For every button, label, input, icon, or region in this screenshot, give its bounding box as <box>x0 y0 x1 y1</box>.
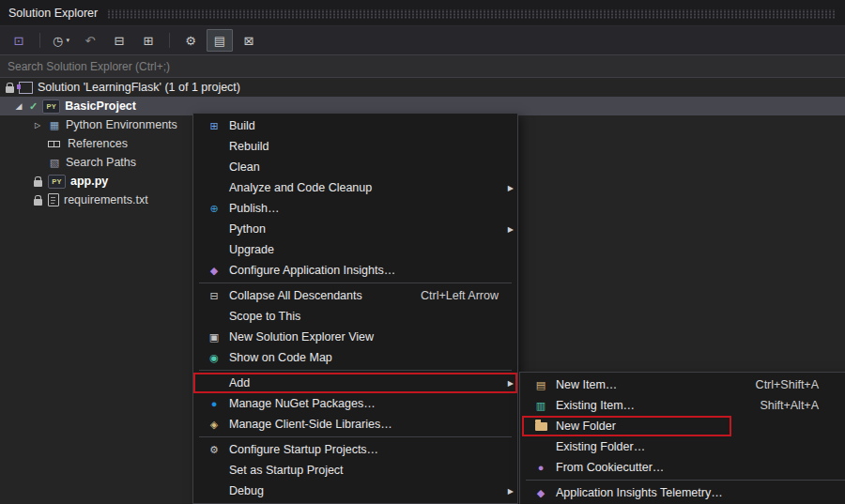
gear-icon: ⚙ <box>207 445 222 455</box>
drag-grip[interactable] <box>107 9 837 19</box>
menu-item-configure-application-insights[interactable]: ◆ Configure Application Insights… <box>193 260 517 281</box>
new-item-icon: ▤ <box>533 380 548 390</box>
tree-item-label: Search Paths <box>66 156 136 169</box>
panel-title: Solution Explorer <box>8 7 98 20</box>
code-map-button[interactable]: ⊠ <box>236 29 262 52</box>
menu-item-rebuild[interactable]: Rebuild <box>193 136 517 157</box>
preview-icon: ⊟ <box>115 35 125 47</box>
menu-item-debug[interactable]: Debug ▶ <box>193 481 517 501</box>
expander-expanded-icon[interactable]: ◢ <box>13 101 24 111</box>
search-bar <box>0 54 845 78</box>
existing-item-icon: ▥ <box>533 401 548 411</box>
menu-item-label: Build <box>229 119 255 132</box>
chevron-down-icon: ▾ <box>66 37 69 44</box>
references-icon <box>48 139 63 148</box>
menu-item-show-on-code-map[interactable]: ◉ Show on Code Map <box>193 347 517 368</box>
toolbar-separator <box>169 33 170 48</box>
build-icon: ⊞ <box>207 121 222 131</box>
menu-item-label: Clean <box>229 160 260 174</box>
submenu-item-new-folder[interactable]: New Folder <box>520 416 845 436</box>
menu-item-scope-to-this[interactable]: Scope to This <box>193 306 517 327</box>
tree-item-label: Solution 'LearningFlask' (1 of 1 project… <box>38 81 240 94</box>
menu-item-set-as-startup-project[interactable]: Set as Startup Project <box>193 460 517 481</box>
add-submenu: ▤ New Item… Ctrl+Shift+A ▥ Existing Item… <box>519 372 845 504</box>
filter-icon: ◷ <box>53 35 63 47</box>
menu-item-label: Publish… <box>229 202 280 215</box>
collapse-all-button[interactable]: ⊞ <box>135 29 161 52</box>
menu-item-label: Configure Application Insights… <box>229 264 395 277</box>
client-side-libraries-icon: ◈ <box>207 420 222 430</box>
menu-item-shortcut: Ctrl+Left Arrow <box>421 289 502 302</box>
menu-item-manage-client-side-libraries[interactable]: ◈ Manage Client-Side Libraries… <box>193 414 517 435</box>
submenu-item-existing-item[interactable]: ▥ Existing Item… Shift+Alt+A <box>520 395 845 416</box>
context-menu: ⊞ Build Rebuild Clean Analyze and Code C… <box>192 113 518 504</box>
switch-views-button[interactable]: ⊡ <box>6 29 32 52</box>
code-map-icon: ⊠ <box>244 35 254 47</box>
search-paths-icon: ▧ <box>48 158 61 168</box>
menu-item-label: Existing Folder… <box>556 440 645 453</box>
new-solution-explorer-view-icon: ▣ <box>207 332 222 343</box>
sync-icon: ↶ <box>85 35 96 47</box>
publish-icon: ⊕ <box>207 204 222 214</box>
menu-item-new-solution-explorer-view[interactable]: ▣ New Solution Explorer View <box>193 327 517 347</box>
menu-item-label: Show on Code Map <box>229 351 332 364</box>
menu-item-label: Scope to This <box>229 310 300 323</box>
cookiecutter-icon: ● <box>533 463 548 473</box>
submenu-item-new-item[interactable]: ▤ New Item… Ctrl+Shift+A <box>520 374 845 395</box>
menu-item-label: Add <box>229 376 250 389</box>
menu-item-label: Python <box>229 222 266 236</box>
expander-collapsed-icon[interactable]: ▷ <box>32 121 43 130</box>
collapse-all-icon: ⊟ <box>207 291 222 301</box>
menu-item-label: Configure Startup Projects… <box>229 443 378 456</box>
tree-item-label: BasicProject <box>65 99 136 113</box>
menu-item-upgrade[interactable]: Upgrade <box>193 239 517 260</box>
application-insights-telemetry-icon: ◆ <box>533 488 548 498</box>
submenu-item-existing-folder[interactable]: Existing Folder… <box>520 436 845 457</box>
preview-selected-items-button[interactable]: ⊟ <box>106 29 132 52</box>
menu-item-analyze-and-code-cleanup[interactable]: Analyze and Code Cleanup ▶ <box>193 177 517 198</box>
menu-item-clean[interactable]: Clean <box>193 157 517 177</box>
submenu-item-from-cookiecutter[interactable]: ● From Cookiecutter… <box>520 457 845 478</box>
menu-item-collapse-all-descendants[interactable]: ⊟ Collapse All Descendants Ctrl+Left Arr… <box>193 285 517 306</box>
menu-item-build[interactable]: ⊞ Build <box>193 115 517 136</box>
tree-item-label: Python Environments <box>66 118 177 131</box>
python-environments-icon: ▦ <box>48 120 61 130</box>
menu-item-label: New Folder <box>556 420 616 433</box>
menu-item-label: Upgrade <box>229 243 274 256</box>
tree-item-label: requirements.txt <box>64 193 148 206</box>
menu-item-label: Existing Item… <box>556 399 635 412</box>
show-all-files-icon: ▤ <box>214 35 225 47</box>
checkmark-icon: ✓ <box>29 100 38 113</box>
panel-titlebar: Solution Explorer <box>0 0 845 26</box>
menu-item-label: New Item… <box>556 378 617 391</box>
menu-separator <box>199 370 512 371</box>
indent-spacer <box>32 176 43 187</box>
menu-item-label: Set as Startup Project <box>229 464 344 477</box>
search-input[interactable] <box>0 55 845 77</box>
menu-item-python[interactable]: Python ▶ <box>193 219 517 239</box>
menu-separator <box>199 283 512 283</box>
menu-item-label: Collapse All Descendants <box>229 289 362 302</box>
sync-with-active-document-button[interactable]: ↶ <box>77 29 103 52</box>
menu-separator <box>526 480 845 481</box>
show-all-files-button[interactable]: ▤ <box>207 29 233 52</box>
menu-item-label: Analyze and Code Cleanup <box>229 181 372 194</box>
submenu-arrow-icon: ▶ <box>502 184 514 192</box>
menu-item-publish[interactable]: ⊕ Publish… <box>193 198 517 219</box>
properties-button[interactable]: ⚙ <box>177 29 204 52</box>
submenu-arrow-icon: ▶ <box>502 225 514 234</box>
pending-changes-filter-button[interactable]: ◷ ▾ <box>48 29 74 52</box>
new-folder-icon-wrap <box>533 420 548 433</box>
menu-item-label: New Solution Explorer View <box>229 330 374 344</box>
lock-icon <box>34 180 42 187</box>
submenu-item-application-insights-telemetry[interactable]: ◆ Application Insights Telemetry… <box>520 482 845 503</box>
tree-item-label: References <box>68 137 128 150</box>
python-project-icon: PY <box>42 99 60 114</box>
code-map-icon: ◉ <box>207 353 222 363</box>
menu-item-configure-startup-projects[interactable]: ⚙ Configure Startup Projects… <box>193 439 517 460</box>
menu-item-manage-nuget-packages[interactable]: ● Manage NuGet Packages… <box>193 393 517 414</box>
menu-item-shortcut: Ctrl+Shift+A <box>756 378 839 391</box>
application-insights-icon: ◆ <box>207 266 222 276</box>
tree-item-solution[interactable]: Solution 'LearningFlask' (1 of 1 project… <box>0 78 845 97</box>
menu-item-add[interactable]: Add ▶ <box>193 373 517 393</box>
